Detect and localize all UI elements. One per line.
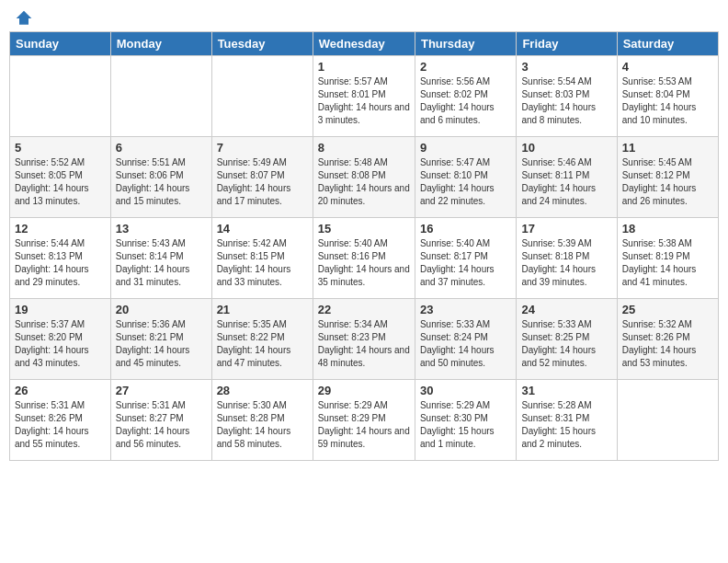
cell-info: Sunrise: 5:32 AM Sunset: 8:26 PM Dayligh… [622,318,713,370]
day-number: 27 [116,384,207,397]
calendar-cell: 23 Sunrise: 5:33 AM Sunset: 8:24 PM Dayl… [415,299,516,380]
day-number: 2 [420,60,511,74]
calendar-cell: 19 Sunrise: 5:37 AM Sunset: 8:20 PM Dayl… [10,299,111,380]
day-number: 10 [521,141,611,155]
cell-info: Sunrise: 5:47 AM Sunset: 8:10 PM Dayligh… [420,156,511,208]
calendar-cell: 5 Sunrise: 5:52 AM Sunset: 8:05 PM Dayli… [10,137,111,218]
day-number: 3 [521,60,611,74]
page-header [9,9,719,24]
day-number: 17 [521,222,611,236]
day-number: 24 [521,303,611,316]
cell-info: Sunrise: 5:56 AM Sunset: 8:02 PM Dayligh… [420,75,511,127]
day-number: 31 [521,384,611,397]
calendar-cell: 14 Sunrise: 5:42 AM Sunset: 8:15 PM Dayl… [211,218,313,299]
cell-info: Sunrise: 5:31 AM Sunset: 8:26 PM Dayligh… [15,399,106,451]
calendar-table: SundayMondayTuesdayWednesdayThursdayFrid… [9,31,719,461]
cell-info: Sunrise: 5:44 AM Sunset: 8:13 PM Dayligh… [15,237,106,289]
cell-info: Sunrise: 5:33 AM Sunset: 8:25 PM Dayligh… [521,318,611,370]
calendar-cell [211,56,313,137]
day-number: 4 [622,60,713,74]
calendar-cell: 1 Sunrise: 5:57 AM Sunset: 8:01 PM Dayli… [313,56,415,137]
cell-info: Sunrise: 5:40 AM Sunset: 8:16 PM Dayligh… [318,237,410,289]
calendar-cell: 28 Sunrise: 5:30 AM Sunset: 8:28 PM Dayl… [211,380,313,461]
day-number: 18 [622,222,713,236]
calendar-cell: 15 Sunrise: 5:40 AM Sunset: 8:16 PM Dayl… [313,218,415,299]
calendar-cell: 18 Sunrise: 5:38 AM Sunset: 8:19 PM Dayl… [617,218,718,299]
calendar-cell: 16 Sunrise: 5:40 AM Sunset: 8:17 PM Dayl… [415,218,516,299]
calendar-cell: 17 Sunrise: 5:39 AM Sunset: 8:18 PM Dayl… [517,218,617,299]
calendar-cell: 10 Sunrise: 5:46 AM Sunset: 8:11 PM Dayl… [517,137,617,218]
calendar-cell: 13 Sunrise: 5:43 AM Sunset: 8:14 PM Dayl… [110,218,211,299]
calendar-header-row: SundayMondayTuesdayWednesdayThursdayFrid… [10,32,719,56]
calendar-week-2: 5 Sunrise: 5:52 AM Sunset: 8:05 PM Dayli… [10,137,719,218]
day-number: 7 [217,141,308,155]
cell-info: Sunrise: 5:28 AM Sunset: 8:31 PM Dayligh… [521,399,611,451]
calendar-cell: 26 Sunrise: 5:31 AM Sunset: 8:26 PM Dayl… [10,380,111,461]
day-number: 25 [622,303,713,316]
calendar-cell: 3 Sunrise: 5:54 AM Sunset: 8:03 PM Dayli… [517,56,617,137]
day-number: 26 [15,384,106,397]
day-number: 22 [318,303,410,316]
weekday-header-friday: Friday [517,32,617,56]
weekday-header-thursday: Thursday [415,32,516,56]
calendar-cell: 29 Sunrise: 5:29 AM Sunset: 8:29 PM Dayl… [313,380,415,461]
calendar-cell: 12 Sunrise: 5:44 AM Sunset: 8:13 PM Dayl… [10,218,111,299]
cell-info: Sunrise: 5:31 AM Sunset: 8:27 PM Dayligh… [116,399,207,451]
cell-info: Sunrise: 5:37 AM Sunset: 8:20 PM Dayligh… [15,318,106,370]
cell-info: Sunrise: 5:54 AM Sunset: 8:03 PM Dayligh… [521,75,611,127]
calendar-cell: 9 Sunrise: 5:47 AM Sunset: 8:10 PM Dayli… [415,137,516,218]
day-number: 21 [217,303,308,316]
weekday-header-tuesday: Tuesday [211,32,313,56]
cell-info: Sunrise: 5:57 AM Sunset: 8:01 PM Dayligh… [318,75,410,127]
cell-info: Sunrise: 5:53 AM Sunset: 8:04 PM Dayligh… [622,75,713,127]
calendar-cell: 21 Sunrise: 5:35 AM Sunset: 8:22 PM Dayl… [211,299,313,380]
day-number: 30 [420,384,511,397]
calendar-cell [617,380,718,461]
calendar-cell: 7 Sunrise: 5:49 AM Sunset: 8:07 PM Dayli… [211,137,313,218]
day-number: 8 [318,141,410,155]
day-number: 1 [318,60,410,74]
calendar-week-5: 26 Sunrise: 5:31 AM Sunset: 8:26 PM Dayl… [10,380,719,461]
weekday-header-saturday: Saturday [617,32,718,56]
calendar-cell: 31 Sunrise: 5:28 AM Sunset: 8:31 PM Dayl… [517,380,617,461]
day-number: 6 [116,141,207,155]
calendar-cell: 27 Sunrise: 5:31 AM Sunset: 8:27 PM Dayl… [110,380,211,461]
day-number: 9 [420,141,511,155]
cell-info: Sunrise: 5:46 AM Sunset: 8:11 PM Dayligh… [521,156,611,208]
cell-info: Sunrise: 5:49 AM Sunset: 8:07 PM Dayligh… [217,156,308,208]
weekday-header-monday: Monday [110,32,211,56]
calendar-week-4: 19 Sunrise: 5:37 AM Sunset: 8:20 PM Dayl… [10,299,719,380]
calendar-cell: 2 Sunrise: 5:56 AM Sunset: 8:02 PM Dayli… [415,56,516,137]
calendar-week-1: 1 Sunrise: 5:57 AM Sunset: 8:01 PM Dayli… [10,56,719,137]
calendar-week-3: 12 Sunrise: 5:44 AM Sunset: 8:13 PM Dayl… [10,218,719,299]
calendar-cell: 22 Sunrise: 5:34 AM Sunset: 8:23 PM Dayl… [313,299,415,380]
day-number: 13 [116,222,207,236]
day-number: 15 [318,222,410,236]
cell-info: Sunrise: 5:30 AM Sunset: 8:28 PM Dayligh… [217,399,308,451]
cell-info: Sunrise: 5:36 AM Sunset: 8:21 PM Dayligh… [116,318,207,370]
cell-info: Sunrise: 5:45 AM Sunset: 8:12 PM Dayligh… [622,156,713,208]
calendar-cell: 8 Sunrise: 5:48 AM Sunset: 8:08 PM Dayli… [313,137,415,218]
cell-info: Sunrise: 5:39 AM Sunset: 8:18 PM Dayligh… [521,237,611,289]
day-number: 5 [15,141,106,155]
cell-info: Sunrise: 5:48 AM Sunset: 8:08 PM Dayligh… [318,156,410,208]
calendar-cell: 25 Sunrise: 5:32 AM Sunset: 8:26 PM Dayl… [617,299,718,380]
logo-icon [15,9,33,28]
weekday-header-wednesday: Wednesday [313,32,415,56]
day-number: 23 [420,303,511,316]
cell-info: Sunrise: 5:51 AM Sunset: 8:06 PM Dayligh… [116,156,207,208]
cell-info: Sunrise: 5:42 AM Sunset: 8:15 PM Dayligh… [217,237,308,289]
calendar-cell: 4 Sunrise: 5:53 AM Sunset: 8:04 PM Dayli… [617,56,718,137]
cell-info: Sunrise: 5:43 AM Sunset: 8:14 PM Dayligh… [116,237,207,289]
calendar-cell [110,56,211,137]
day-number: 16 [420,222,511,236]
logo [13,9,33,24]
calendar-cell [10,56,111,137]
day-number: 12 [15,222,106,236]
cell-info: Sunrise: 5:29 AM Sunset: 8:30 PM Dayligh… [420,399,511,451]
day-number: 14 [217,222,308,236]
cell-info: Sunrise: 5:38 AM Sunset: 8:19 PM Dayligh… [622,237,713,289]
cell-info: Sunrise: 5:33 AM Sunset: 8:24 PM Dayligh… [420,318,511,370]
day-number: 29 [318,384,410,397]
calendar-cell: 20 Sunrise: 5:36 AM Sunset: 8:21 PM Dayl… [110,299,211,380]
